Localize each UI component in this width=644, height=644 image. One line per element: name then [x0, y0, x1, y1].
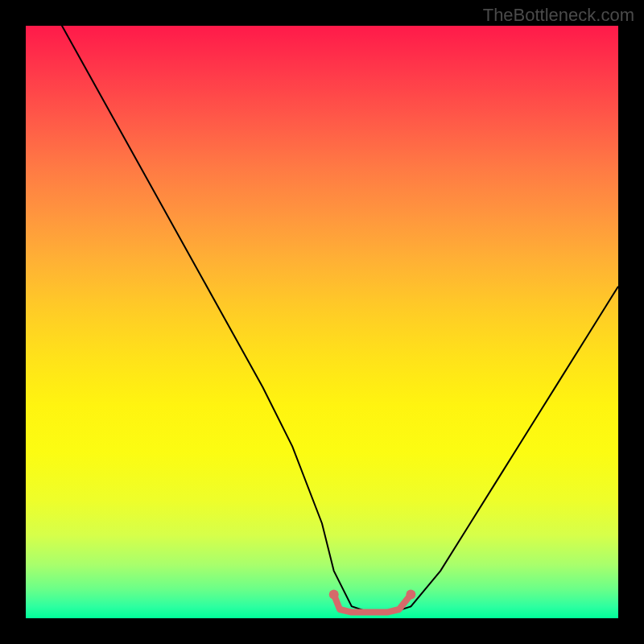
watermark-text: TheBottleneck.com: [483, 5, 634, 26]
chart-svg: [26, 26, 618, 618]
plot-area: [26, 26, 618, 618]
curve-path: [26, 26, 618, 613]
valley-dot-right: [406, 590, 415, 600]
valley-highlight-path: [334, 595, 411, 613]
valley-dot-left: [329, 590, 339, 600]
